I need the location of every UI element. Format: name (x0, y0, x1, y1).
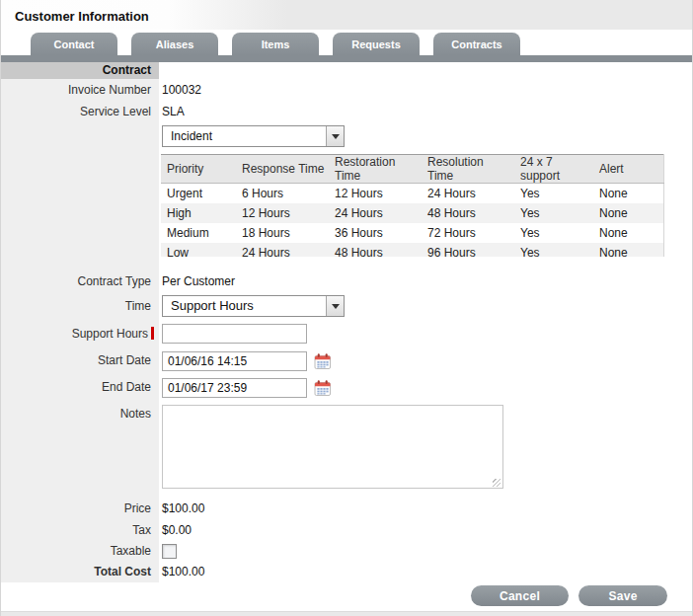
save-button[interactable]: Save (578, 585, 667, 606)
tax-label: Tax (1, 519, 159, 541)
contract-type-value: Per Customer (159, 270, 692, 292)
end-date-input[interactable] (162, 378, 307, 398)
time-row: Time Support Hours (1, 292, 692, 320)
total-cost-value: $100.00 (159, 561, 692, 582)
tax-value: $0.00 (159, 519, 692, 541)
table-row: High 12 Hours 24 Hours 48 Hours Yes None (161, 203, 664, 223)
cancel-button[interactable]: Cancel (471, 585, 569, 606)
time-select-value: Support Hours (163, 296, 326, 316)
tab-bar: Contact Aliases Items Requests Contracts (1, 30, 692, 55)
contract-type-label: Contract Type (1, 270, 159, 292)
notes-label: Notes (1, 401, 159, 492)
total-cost-row: Total Cost $100.00 (1, 561, 692, 582)
taxable-label: Taxable (1, 541, 159, 561)
start-date-input[interactable] (162, 351, 307, 371)
tab-aliases[interactable]: Aliases (131, 33, 218, 55)
support-hours-input[interactable] (162, 324, 307, 344)
table-row: Medium 18 Hours 36 Hours 72 Hours Yes No… (161, 223, 664, 243)
time-label: Time (1, 292, 159, 320)
tab-requests[interactable]: Requests (333, 33, 420, 55)
invoice-number-row: Invoice Number 100032 (1, 79, 692, 101)
tax-row: Tax $0.00 (1, 519, 692, 541)
start-date-label: Start Date (1, 347, 159, 374)
time-select[interactable]: Support Hours (162, 295, 345, 317)
col-resolution-time: Resolution Time (424, 155, 516, 184)
table-row: Urgent 6 Hours 12 Hours 24 Hours Yes Non… (161, 184, 664, 203)
calendar-icon[interactable] (314, 379, 332, 397)
col-priority: Priority (161, 155, 238, 184)
tab-strip-divider (1, 55, 692, 62)
col-response-time: Response Time (238, 155, 331, 184)
chevron-down-icon (332, 304, 340, 309)
page-title: Customer Information (15, 9, 692, 24)
end-date-row: End Date (1, 374, 692, 401)
taxable-row: Taxable (1, 541, 692, 561)
chevron-down-icon (332, 134, 340, 139)
support-hours-label: Support Hours (72, 327, 148, 341)
table-header-row: Priority Response Time Restoration Time … (161, 155, 664, 184)
sla-priority-table: Priority Response Time Restoration Time … (161, 154, 664, 257)
sla-type-select-value: Incident (163, 126, 326, 146)
col-alert: Alert (595, 155, 664, 184)
time-select-button[interactable] (326, 296, 344, 316)
invoice-number-label: Invoice Number (1, 79, 159, 101)
contract-type-row: Contract Type Per Customer (1, 270, 692, 292)
tab-contact[interactable]: Contact (31, 33, 117, 55)
action-button-row: Cancel Save (1, 582, 692, 611)
service-level-row: Service Level SLA (1, 101, 692, 122)
sla-type-select-button[interactable] (326, 126, 344, 146)
service-level-label: Service Level (1, 101, 159, 122)
section-header-contract: Contract (1, 62, 159, 79)
page-header: Customer Information (1, 0, 692, 30)
price-value: $100.00 (159, 498, 692, 519)
resize-grip-icon[interactable] (493, 479, 500, 487)
price-label: Price (1, 498, 159, 519)
table-row: Low 24 Hours 48 Hours 96 Hours Yes None (161, 243, 664, 258)
col-24x7-support: 24 x 7 support (516, 155, 595, 184)
invoice-number-value: 100032 (159, 79, 692, 101)
total-cost-label: Total Cost (1, 561, 159, 582)
page-bottom-edge (1, 611, 692, 616)
start-date-row: Start Date (1, 347, 692, 374)
price-row: Price $100.00 (1, 498, 692, 519)
end-date-label: End Date (1, 374, 159, 401)
notes-textarea[interactable] (162, 405, 503, 489)
calendar-icon[interactable] (314, 352, 332, 370)
taxable-checkbox[interactable] (162, 544, 177, 559)
notes-row: Notes (1, 401, 692, 492)
tab-contracts[interactable]: Contracts (433, 33, 520, 55)
col-restoration-time: Restoration Time (331, 155, 424, 184)
sla-type-select[interactable]: Incident (162, 125, 345, 147)
customer-information-page: Customer Information Contact Aliases Ite… (0, 0, 693, 616)
required-marker (151, 327, 154, 340)
support-hours-row: Support Hours (1, 320, 692, 347)
service-level-value: SLA (159, 101, 692, 122)
tab-items[interactable]: Items (232, 33, 319, 55)
